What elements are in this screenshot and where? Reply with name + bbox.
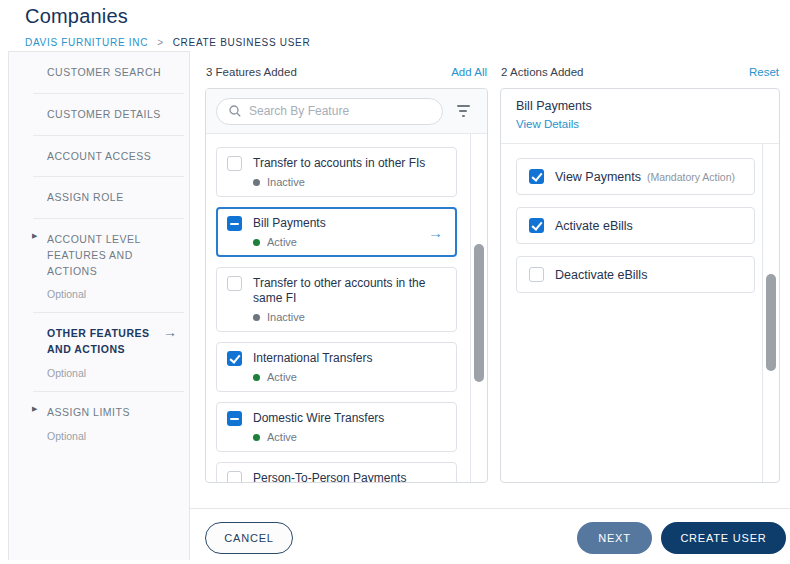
sidebar-item-label: OTHER FEATURES AND ACTIONS — [47, 326, 175, 358]
feature-search-box[interactable] — [216, 98, 443, 125]
actions-panel-head: Bill Payments View Details — [501, 89, 779, 144]
sidebar-item[interactable]: ▶ ACCOUNT ACCESS → — [9, 136, 189, 178]
action-scrollbar-thumb[interactable] — [766, 274, 776, 371]
action-card[interactable]: Deactivate eBills — [516, 256, 755, 293]
feature-checkbox[interactable] — [227, 351, 242, 366]
sidebar-item-optional: Optional — [47, 367, 175, 379]
sidebar-item-label: ACCOUNT ACCESS — [47, 149, 175, 165]
breadcrumb-separator: > — [157, 37, 164, 48]
feature-card[interactable]: Domestic Wire Transfers Active → — [216, 402, 457, 452]
feature-name: Transfer to other accounts in the same F… — [253, 276, 446, 306]
caret-icon: ▶ — [32, 232, 37, 240]
sidebar-item[interactable]: ▶ CUSTOMER DETAILS → — [9, 94, 189, 136]
sidebar-item[interactable]: ▶ ASSIGN LIMITS Optional → — [9, 392, 189, 455]
status-dot-icon — [253, 239, 260, 246]
features-panel: Transfer to accounts in other FIs Inacti… — [205, 88, 488, 483]
action-checkbox[interactable] — [529, 169, 544, 184]
feature-status: Inactive — [267, 311, 305, 323]
sidebar-item-optional: Optional — [47, 430, 175, 442]
status-dot-icon — [253, 374, 260, 381]
page-title: Companies — [25, 5, 790, 28]
feature-checkbox[interactable] — [227, 156, 242, 171]
sidebar-item-label: ACCOUNT LEVEL FEATURES AND ACTIONS — [47, 232, 175, 279]
breadcrumb-current: CREATE BUSINESS USER — [173, 37, 311, 48]
action-checkbox[interactable] — [529, 218, 544, 233]
create-user-button[interactable]: CREATE USER — [661, 522, 786, 554]
feature-status: Inactive — [267, 176, 305, 188]
sidebar-item[interactable]: ▶ CUSTOMER SEARCH → — [9, 52, 189, 94]
feature-card[interactable]: Person-To-Person Payments Unavailable → — [216, 462, 457, 483]
feature-name: Transfer to accounts in other FIs — [253, 156, 425, 171]
action-card[interactable]: View Payments (Mandatory Action) — [516, 158, 755, 195]
action-note: (Mandatory Action) — [647, 171, 735, 183]
cancel-button[interactable]: CANCEL — [205, 522, 293, 554]
feature-name: Person-To-Person Payments — [253, 471, 406, 483]
feature-search-input[interactable] — [249, 104, 432, 118]
sidebar-item[interactable]: ▶ OTHER FEATURES AND ACTIONS Optional → — [9, 313, 189, 392]
wizard-footer: CANCEL NEXT CREATE USER — [190, 508, 790, 554]
actions-panel: Bill Payments View Details View Payments… — [500, 88, 780, 483]
selected-arrow-icon: → — [428, 224, 443, 241]
feature-card[interactable]: Transfer to other accounts in the same F… — [216, 267, 457, 332]
feature-scrollbar-thumb[interactable] — [474, 244, 484, 382]
action-name: Deactivate eBills — [555, 268, 647, 282]
actions-added-count: 2 Actions Added — [501, 66, 583, 78]
add-all-link[interactable]: Add All — [451, 66, 487, 78]
action-scrollbar-track — [762, 144, 779, 482]
caret-icon: ▶ — [32, 405, 37, 413]
feature-status: Active — [267, 236, 297, 248]
page-header: Companies DAVIS FURNITURE INC > CREATE B… — [0, 0, 790, 48]
selected-feature-title: Bill Payments — [516, 99, 764, 113]
sidebar-item-label: CUSTOMER DETAILS — [47, 107, 175, 123]
actions-column: 2 Actions Added Reset Bill Payments View… — [500, 51, 780, 486]
status-dot-icon — [253, 179, 260, 186]
feature-status: Active — [267, 431, 297, 443]
feature-card[interactable]: International Transfers Active → — [216, 342, 457, 392]
feature-checkbox[interactable] — [227, 276, 242, 291]
sidebar-item-label: ASSIGN ROLE — [47, 190, 175, 206]
next-button[interactable]: NEXT — [577, 522, 652, 554]
sidebar-item[interactable]: ▶ ASSIGN ROLE → — [9, 177, 189, 219]
active-arrow-icon: → — [163, 324, 177, 340]
feature-scrollbar-track — [470, 134, 487, 483]
status-dot-icon — [253, 434, 260, 441]
feature-search-row — [206, 89, 487, 134]
action-card[interactable]: Activate eBills — [516, 207, 755, 244]
view-details-link[interactable]: View Details — [516, 118, 579, 130]
breadcrumb: DAVIS FURNITURE INC > CREATE BUSINESS US… — [25, 37, 790, 48]
action-list: View Payments (Mandatory Action) Activat… — [501, 144, 779, 307]
status-dot-icon — [253, 314, 260, 321]
action-name: Activate eBills — [555, 219, 633, 233]
sidebar-item[interactable]: ▶ ACCOUNT LEVEL FEATURES AND ACTIONS Opt… — [9, 219, 189, 313]
sidebar-item-optional: Optional — [47, 288, 175, 300]
feature-checkbox[interactable] — [227, 411, 242, 426]
features-column: 3 Features Added Add All — [205, 51, 488, 486]
feature-name: Domestic Wire Transfers — [253, 411, 384, 426]
sidebar-item-label: ASSIGN LIMITS — [47, 405, 175, 421]
breadcrumb-company-link[interactable]: DAVIS FURNITURE INC — [25, 37, 148, 48]
sidebar-item-label: CUSTOMER SEARCH — [47, 65, 175, 81]
feature-checkbox[interactable] — [227, 471, 242, 483]
feature-status: Active — [267, 371, 297, 383]
action-checkbox[interactable] — [529, 267, 544, 282]
action-name: View Payments — [555, 170, 641, 184]
feature-list: Transfer to accounts in other FIs Inacti… — [206, 134, 487, 483]
features-added-count: 3 Features Added — [206, 66, 297, 78]
wizard-sidebar: ▶ CUSTOMER SEARCH → ▶ CUSTOMER DETAILS →… — [8, 51, 190, 560]
filter-icon[interactable] — [443, 105, 477, 117]
feature-name: Bill Payments — [253, 216, 326, 231]
reset-link[interactable]: Reset — [749, 66, 779, 78]
feature-name: International Transfers — [253, 351, 372, 366]
feature-checkbox[interactable] — [227, 216, 242, 231]
feature-card[interactable]: Bill Payments Active → — [216, 207, 457, 257]
search-icon — [229, 105, 241, 117]
feature-card[interactable]: Transfer to accounts in other FIs Inacti… — [216, 147, 457, 197]
